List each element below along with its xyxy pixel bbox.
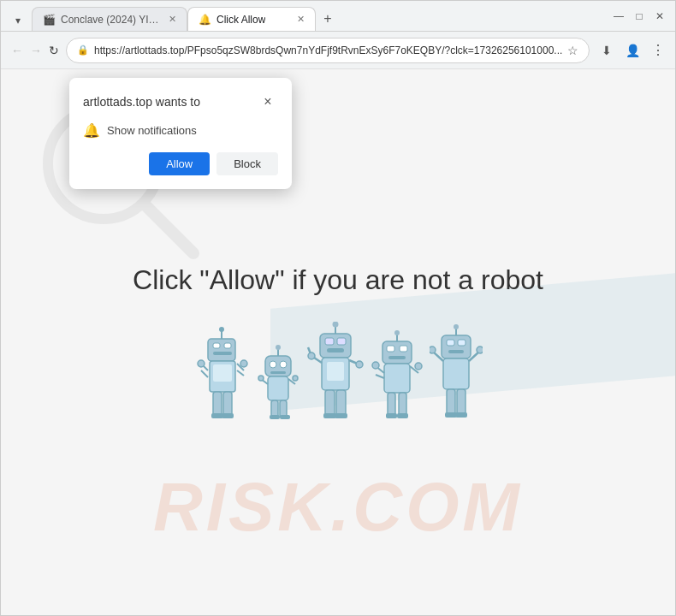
svg-point-54 xyxy=(394,330,400,335)
svg-point-46 xyxy=(308,352,315,359)
svg-point-13 xyxy=(198,360,205,367)
title-bar: ▾ 🎬 Conclave (2024) YIFY - Downlo... ✕ 🔔… xyxy=(1,1,675,32)
svg-rect-57 xyxy=(400,346,407,352)
svg-rect-66 xyxy=(399,393,406,416)
svg-rect-38 xyxy=(320,334,351,358)
svg-rect-39 xyxy=(325,338,334,345)
svg-line-2 xyxy=(146,206,193,253)
profile-button[interactable]: 👤 xyxy=(622,40,643,61)
svg-rect-83 xyxy=(455,412,467,418)
svg-rect-43 xyxy=(327,362,344,381)
tab-1-label: Conclave (2024) YIFY - Downlo... xyxy=(61,14,163,26)
browser-window: ▾ 🎬 Conclave (2024) YIFY - Downlo... ✕ 🔔… xyxy=(0,0,676,616)
svg-rect-80 xyxy=(447,389,455,415)
svg-rect-40 xyxy=(337,338,346,345)
svg-rect-74 xyxy=(448,350,464,353)
svg-rect-65 xyxy=(388,393,395,416)
popup-buttons: Allow Block xyxy=(83,152,278,175)
window-controls: — □ ✕ xyxy=(610,8,668,25)
svg-rect-81 xyxy=(457,389,465,415)
svg-rect-7 xyxy=(224,343,231,348)
new-tab-button[interactable]: + xyxy=(316,7,340,31)
svg-rect-5 xyxy=(208,339,235,361)
bell-icon: 🔔 xyxy=(83,122,100,139)
svg-rect-72 xyxy=(447,340,454,346)
menu-button[interactable]: ⋮ xyxy=(648,40,668,61)
robot-4 xyxy=(371,330,423,420)
svg-point-4 xyxy=(219,327,224,332)
allow-button[interactable]: Allow xyxy=(149,152,210,175)
captcha-text: Click "Allow" if you are not a robot xyxy=(133,264,543,296)
svg-point-62 xyxy=(372,362,379,369)
svg-point-79 xyxy=(477,346,483,353)
svg-rect-59 xyxy=(384,364,410,393)
robot-2 xyxy=(257,343,299,420)
robots-container xyxy=(133,322,543,420)
svg-line-15 xyxy=(237,370,244,376)
svg-rect-10 xyxy=(213,364,232,382)
maximize-button[interactable]: □ xyxy=(631,8,648,25)
svg-rect-20 xyxy=(222,413,234,418)
tab-1-favicon: 🎬 xyxy=(43,14,56,26)
svg-rect-71 xyxy=(442,335,471,358)
svg-rect-34 xyxy=(270,415,280,419)
block-button[interactable]: Block xyxy=(216,152,278,175)
tab-2-favicon: 🔔 xyxy=(199,14,211,26)
tab-2-close[interactable]: ✕ xyxy=(297,14,305,25)
forward-button[interactable]: → xyxy=(30,38,42,62)
svg-point-25 xyxy=(280,361,287,368)
svg-point-22 xyxy=(276,345,281,350)
svg-point-64 xyxy=(415,363,422,370)
svg-point-48 xyxy=(356,361,363,368)
svg-rect-35 xyxy=(280,415,290,419)
popup-notification-label: Show notifications xyxy=(107,124,197,137)
tab-2-label: Click Allow xyxy=(216,14,265,26)
address-bar: ← → ↻ 🔒 https://artlottads.top/PFpso5qzS… xyxy=(1,32,675,69)
svg-rect-8 xyxy=(213,352,232,355)
reload-button[interactable]: ↻ xyxy=(49,38,59,62)
robot-3 xyxy=(306,322,365,420)
lock-icon: 🔒 xyxy=(77,44,89,56)
tab-bar: ▾ 🎬 Conclave (2024) YIFY - Downlo... ✕ 🔔… xyxy=(8,1,600,31)
close-button[interactable]: ✕ xyxy=(651,8,668,25)
popup-header: artlottads.top wants to × xyxy=(83,92,278,112)
url-text: https://artlottads.top/PFpso5qzSW8brdsQw… xyxy=(94,44,562,56)
notification-popup: artlottads.top wants to × 🔔 Show notific… xyxy=(69,78,292,189)
url-bar[interactable]: 🔒 https://artlottads.top/PFpso5qzSW8brds… xyxy=(66,38,590,63)
svg-rect-6 xyxy=(213,343,220,348)
svg-point-29 xyxy=(258,376,264,381)
svg-line-12 xyxy=(201,370,208,377)
svg-rect-68 xyxy=(397,413,408,418)
robot-1 xyxy=(194,326,250,420)
tab-list-button[interactable]: ▾ xyxy=(8,10,28,31)
tab-1[interactable]: 🎬 Conclave (2024) YIFY - Downlo... ✕ xyxy=(32,7,187,31)
svg-rect-75 xyxy=(443,358,469,389)
svg-point-77 xyxy=(430,346,436,353)
svg-rect-49 xyxy=(325,390,335,416)
page-main: Click "Allow" if you are not a robot xyxy=(133,264,543,420)
svg-rect-50 xyxy=(336,390,346,416)
svg-rect-18 xyxy=(223,392,232,416)
minimize-button[interactable]: — xyxy=(610,8,627,25)
svg-rect-52 xyxy=(335,413,347,418)
svg-rect-58 xyxy=(388,356,406,359)
bookmark-icon[interactable]: ☆ xyxy=(567,44,578,57)
page-content: RISK.COM artlottads.top wants to × 🔔 Sho… xyxy=(1,69,675,615)
popup-title: artlottads.top wants to xyxy=(83,95,200,109)
download-button[interactable]: ⬇ xyxy=(596,40,617,61)
svg-point-70 xyxy=(454,324,459,329)
svg-point-24 xyxy=(270,361,276,368)
svg-rect-26 xyxy=(270,371,286,374)
back-button[interactable]: ← xyxy=(11,38,23,62)
popup-close-button[interactable]: × xyxy=(258,92,278,112)
svg-rect-51 xyxy=(323,413,336,418)
svg-rect-17 xyxy=(213,392,222,416)
tab-1-close[interactable]: ✕ xyxy=(169,14,176,25)
svg-point-31 xyxy=(293,376,298,381)
watermark-text: RISK.COM xyxy=(1,468,675,547)
svg-point-37 xyxy=(332,322,338,328)
svg-rect-56 xyxy=(387,346,394,352)
tab-2[interactable]: 🔔 Click Allow ✕ xyxy=(187,7,316,31)
svg-rect-73 xyxy=(458,340,465,346)
svg-rect-82 xyxy=(445,412,457,418)
